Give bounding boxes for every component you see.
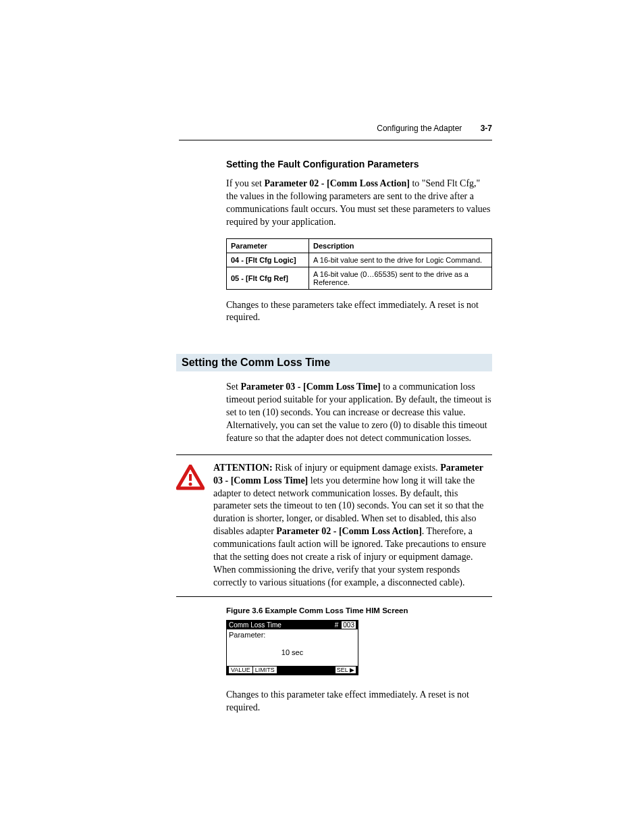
him-softkey-limits: LIMITS: [253, 667, 277, 673]
him-value: 10 sec: [227, 640, 358, 666]
svg-point-1: [189, 482, 192, 486]
attention-block: ATTENTION: Risk of injury or equipment d…: [176, 454, 492, 597]
header-rule: [179, 140, 492, 140]
table-cell-param: 05 - [Flt Cfg Ref]: [227, 267, 309, 289]
him-row: Parameter:: [227, 629, 358, 640]
attention-text: ATTENTION: Risk of injury or equipment d…: [213, 462, 492, 590]
paragraph: If you set Parameter 02 - [Comm Loss Act…: [226, 178, 492, 229]
him-hash: #: [333, 621, 341, 629]
table-header-parameter: Parameter: [227, 238, 309, 253]
table-cell-desc: A 16-bit value sent to the drive for Log…: [309, 253, 492, 267]
subsection-heading-fault-cfg: Setting the Fault Configuration Paramete…: [226, 159, 492, 170]
table-row: 05 - [Flt Cfg Ref] A 16-bit value (0…655…: [227, 267, 492, 289]
table-cell-desc: A 16-bit value (0…65535) sent to the dri…: [309, 267, 492, 289]
table-header-description: Description: [309, 238, 492, 253]
him-parameter-label: Parameter:: [229, 631, 265, 639]
him-param-number: 003: [342, 621, 356, 629]
section-heading-comm-loss: Setting the Comm Loss Time: [176, 354, 492, 371]
page-number: 3-7: [481, 124, 492, 133]
table-row: 04 - [Flt Cfg Logic] A 16-bit value sent…: [227, 253, 492, 267]
paragraph: Changes to this parameter take effect im…: [226, 689, 492, 714]
him-softkey-sel: SEL ▶: [336, 667, 356, 673]
warning-icon: [176, 462, 213, 590]
svg-rect-0: [189, 474, 192, 481]
page-header: Configuring the Adapter 3-7: [377, 124, 492, 133]
figure-caption: Figure 3.6 Example Comm Loss Time HIM Sc…: [226, 606, 492, 615]
him-title-bar: Comm Loss Time # 003: [227, 621, 358, 629]
him-title: Comm Loss Time: [229, 621, 281, 629]
table-cell-param: 04 - [Flt Cfg Logic]: [227, 253, 309, 267]
him-screen: Comm Loss Time # 003 Parameter: 10 sec V…: [226, 620, 358, 675]
him-softkey-bar: VALUE LIMITS SEL ▶: [227, 666, 358, 675]
parameter-table: Parameter Description 04 - [Flt Cfg Logi…: [226, 238, 492, 290]
paragraph: Changes to these parameters take effect …: [226, 299, 492, 325]
paragraph: Set Parameter 03 - [Comm Loss Time] to a…: [226, 381, 492, 444]
header-title: Configuring the Adapter: [377, 124, 462, 133]
him-softkey-value: VALUE: [229, 667, 252, 673]
